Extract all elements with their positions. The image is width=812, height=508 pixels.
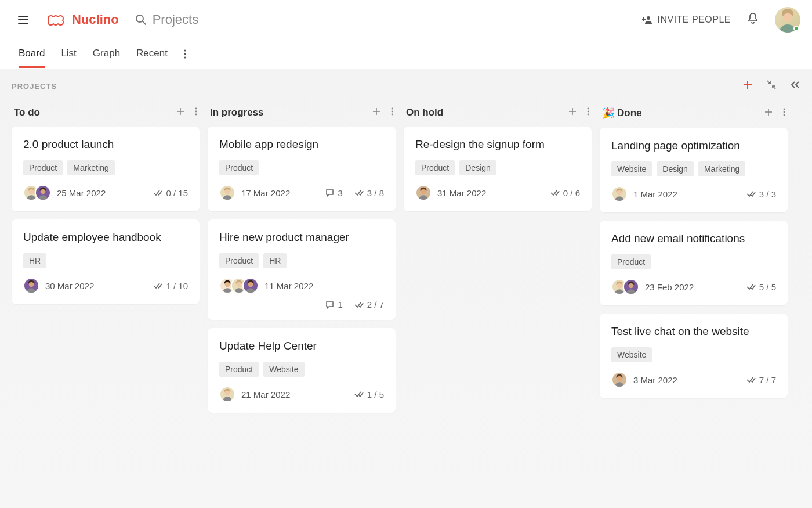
board-columns: To do 2.0 product launch ProductMarketin… xyxy=(12,103,800,421)
avatar xyxy=(219,185,235,201)
card-avatars xyxy=(219,278,259,294)
card-footer: 17 Mar 2022 33 / 8 xyxy=(219,185,384,201)
invite-people-button[interactable]: INVITE PEOPLE xyxy=(642,15,731,25)
board-card[interactable]: Mobile app redesign Product 17 Mar 2022 … xyxy=(208,127,396,211)
svg-point-54 xyxy=(617,283,622,288)
board-card[interactable]: Test live chat on the website Website 3 … xyxy=(600,314,788,398)
column-more-button[interactable] xyxy=(587,107,589,118)
board-column: On hold Re-design the signup form Produc… xyxy=(404,103,592,219)
card-tags: ProductMarketing xyxy=(23,160,188,175)
card-comments: 1 xyxy=(325,300,342,309)
card-avatars xyxy=(611,279,639,295)
notifications-button[interactable] xyxy=(747,12,759,27)
column-add-button[interactable] xyxy=(372,107,380,118)
column-more-button[interactable] xyxy=(783,108,785,118)
board-card[interactable]: Update Help Center ProductWebsite 21 Mar… xyxy=(208,328,396,413)
checklist-icon xyxy=(746,283,756,290)
card-tags: ProductDesign xyxy=(415,160,580,175)
board-card[interactable]: 2.0 product launch ProductMarketing 25 M… xyxy=(12,127,200,211)
invite-label: INVITE PEOPLE xyxy=(657,15,731,25)
search-placeholder: Projects xyxy=(153,12,198,27)
card-date: 25 Mar 2022 xyxy=(57,188,106,198)
card-tags: ProductWebsite xyxy=(219,362,384,377)
card-title: Test live chat on the website xyxy=(611,325,776,338)
menu-toggle-button[interactable] xyxy=(12,8,35,31)
column-title: On hold xyxy=(406,107,443,118)
card-date: 1 Mar 2022 xyxy=(633,189,677,199)
tag: Product xyxy=(23,160,63,175)
svg-point-34 xyxy=(237,282,242,287)
svg-point-49 xyxy=(784,111,785,113)
more-vertical-icon xyxy=(195,107,197,116)
column-title: In progress xyxy=(210,107,264,118)
column-add-button[interactable] xyxy=(176,107,184,118)
svg-point-56 xyxy=(629,283,634,288)
tag: Product xyxy=(219,160,259,175)
plus-icon xyxy=(568,107,577,116)
checklist-icon xyxy=(153,189,162,196)
svg-point-0 xyxy=(136,15,143,22)
svg-point-19 xyxy=(29,189,34,194)
card-tags: ProductHR xyxy=(219,253,384,268)
card-footer-meta: 12 / 7 xyxy=(219,300,384,309)
tab-recent[interactable]: Recent xyxy=(136,48,168,68)
svg-point-26 xyxy=(392,108,393,110)
board-column: 🎉 Done Landing page optimization Website… xyxy=(600,103,788,406)
svg-point-38 xyxy=(225,390,230,395)
add-column-button[interactable] xyxy=(742,78,753,93)
column-title: Done xyxy=(617,107,642,119)
svg-point-43 xyxy=(588,114,589,116)
card-title: Add new email notifications xyxy=(611,232,776,245)
card-title: Update Help Center xyxy=(219,340,384,352)
panel-toggle-button[interactable] xyxy=(790,81,800,91)
checklist-icon xyxy=(746,190,756,197)
card-checklist: 5 / 5 xyxy=(746,282,776,292)
card-title: Mobile app redesign xyxy=(219,138,384,151)
tag: Product xyxy=(415,160,455,175)
tab-more-button[interactable] xyxy=(184,49,186,68)
collapse-button[interactable] xyxy=(767,80,776,92)
svg-point-8 xyxy=(184,56,186,58)
column-title: To do xyxy=(14,107,40,118)
board-card[interactable]: Landing page optimization WebsiteDesignM… xyxy=(600,128,788,212)
card-footer: 11 Mar 2022 xyxy=(219,278,384,294)
board-title: PROJECTS xyxy=(12,82,57,91)
card-footer: 23 Feb 2022 5 / 5 xyxy=(611,279,776,295)
column-add-button[interactable] xyxy=(764,108,773,118)
tab-list[interactable]: List xyxy=(61,48,76,68)
view-tabs: Board List Graph Recent xyxy=(0,39,812,69)
svg-point-50 xyxy=(784,114,785,116)
tag: Marketing xyxy=(67,160,114,175)
checklist-icon xyxy=(153,282,162,289)
checklist-icon xyxy=(354,391,364,398)
board-card[interactable]: Hire new product manager ProductHR 11 Ma… xyxy=(208,219,396,320)
card-checklist: 0 / 6 xyxy=(550,188,580,198)
card-footer: 25 Mar 2022 0 / 15 xyxy=(23,185,188,201)
card-footer: 21 Mar 2022 1 / 5 xyxy=(219,386,384,402)
svg-point-52 xyxy=(617,190,622,195)
collapse-icon xyxy=(767,80,776,89)
board-card[interactable]: Add new email notifications Product 23 F… xyxy=(600,221,788,305)
checklist-icon xyxy=(746,376,756,383)
plus-icon xyxy=(176,107,184,116)
tag: Design xyxy=(459,160,496,175)
column-add-button[interactable] xyxy=(568,107,577,118)
column-header: On hold xyxy=(404,103,592,127)
checklist-icon xyxy=(354,189,364,196)
search-input[interactable]: Projects xyxy=(135,12,198,27)
tab-board[interactable]: Board xyxy=(19,48,45,68)
svg-point-23 xyxy=(29,282,34,287)
column-actions xyxy=(372,107,393,118)
column-more-button[interactable] xyxy=(391,107,393,118)
card-footer: 31 Mar 2022 0 / 6 xyxy=(415,185,580,201)
avatar xyxy=(611,372,628,388)
tab-graph[interactable]: Graph xyxy=(93,48,120,68)
column-more-button[interactable] xyxy=(195,107,197,118)
profile-avatar-button[interactable] xyxy=(775,7,800,33)
board-card[interactable]: Update employee handbook HR 30 Mar 2022 … xyxy=(12,219,200,304)
board-card[interactable]: Re-design the signup form ProductDesign … xyxy=(404,127,592,211)
logo[interactable]: Nuclino xyxy=(46,12,119,27)
card-checklist: 1 / 5 xyxy=(354,390,384,399)
board-header: PROJECTS xyxy=(12,69,800,103)
tag: Design xyxy=(657,161,694,176)
